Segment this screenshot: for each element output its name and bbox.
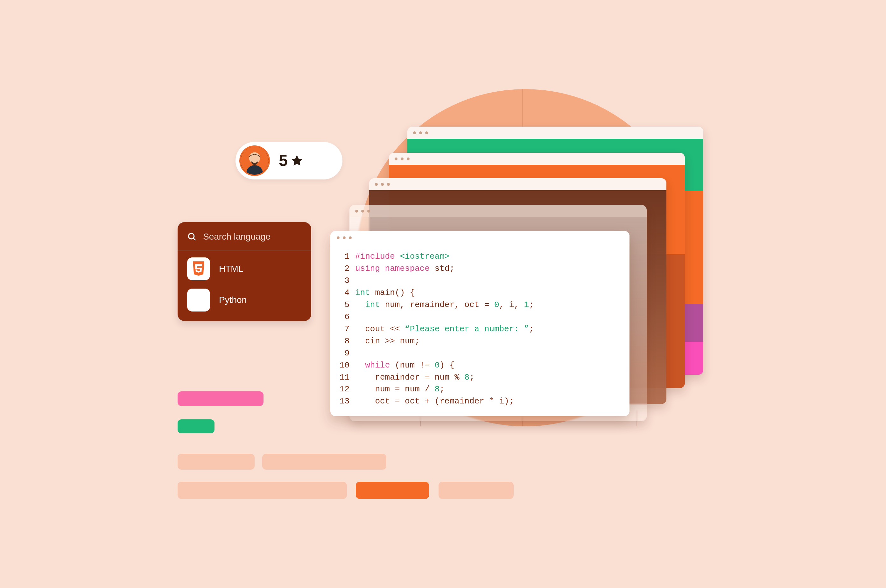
code-content: while (num != 0) { [355, 360, 455, 372]
line-number: 9 [338, 348, 355, 360]
search-row[interactable]: Search language [177, 222, 311, 250]
code-line: 8 cin >> num; [338, 335, 622, 348]
code-content: num = num / 8; [355, 383, 445, 396]
window-titlebar [407, 127, 703, 139]
placeholder-bar [438, 482, 514, 499]
placeholder-bar [177, 419, 215, 434]
window-dot-icon [337, 236, 339, 239]
code-line: 7 cout << “Please enter a number: ”; [338, 323, 622, 335]
rating-number: 5 [279, 152, 288, 170]
window-titlebar [350, 205, 647, 217]
line-number: 4 [338, 287, 355, 299]
code-line: 3 [338, 275, 622, 287]
window-dot-icon [425, 131, 428, 134]
language-item-html[interactable]: HTML [187, 257, 302, 280]
language-label: Python [219, 295, 247, 305]
code-editor[interactable]: 1#include <iostream>2using namespace std… [330, 245, 629, 415]
code-line: 12 num = num / 8; [338, 383, 622, 396]
star-icon [290, 154, 303, 167]
code-content: cout << “Please enter a number: ”; [355, 323, 534, 335]
code-content: int num, remainder, oct = 0, i, 1; [355, 299, 534, 311]
code-editor-window: 1#include <iostream>2using namespace std… [330, 231, 629, 416]
code-line: 5 int num, remainder, oct = 0, i, 1; [338, 299, 622, 311]
avatar [239, 146, 270, 176]
svg-line-3 [193, 238, 195, 240]
window-dot-icon [349, 236, 352, 239]
code-content: oct = oct + (remainder * i); [355, 396, 514, 408]
line-number: 5 [338, 299, 355, 311]
window-dot-icon [343, 236, 345, 239]
window-titlebar [389, 153, 685, 165]
line-number: 3 [338, 275, 355, 287]
line-number: 2 [338, 263, 355, 275]
placeholder-bar [177, 482, 347, 499]
line-number: 10 [338, 360, 355, 372]
language-item-python[interactable]: Python [187, 289, 302, 312]
html5-icon [187, 257, 210, 280]
window-dot-icon [355, 210, 358, 213]
line-number: 1 [338, 251, 355, 263]
line-number: 12 [338, 383, 355, 396]
code-content: remainder = num % 8; [355, 372, 474, 384]
code-content: cin >> num; [355, 335, 420, 348]
code-line: 10 while (num != 0) { [338, 360, 622, 372]
window-dot-icon [407, 158, 410, 160]
window-dot-icon [381, 183, 384, 186]
code-line: 13 oct = oct + (remainder * i); [338, 396, 622, 408]
python-icon [187, 289, 210, 312]
search-input[interactable]: Search language [203, 232, 270, 242]
code-content: int main() { [355, 287, 414, 299]
code-line: 2using namespace std; [338, 263, 622, 275]
placeholder-bar [262, 454, 386, 470]
code-line: 9 [338, 348, 622, 360]
window-dot-icon [419, 131, 422, 134]
language-list: HTML Python [177, 250, 311, 321]
window-dot-icon [387, 183, 390, 186]
rating-pill: 5 [236, 142, 342, 180]
code-line: 11 remainder = num % 8; [338, 372, 622, 384]
rating-value: 5 [279, 152, 303, 170]
placeholder-bar [177, 454, 255, 470]
language-panel: Search language HTML Python [177, 222, 311, 321]
code-line: 1#include <iostream> [338, 251, 622, 263]
placeholder-bar [356, 482, 429, 499]
window-dot-icon [375, 183, 378, 186]
line-number: 7 [338, 323, 355, 335]
code-line: 6 [338, 311, 622, 323]
line-number: 11 [338, 372, 355, 384]
code-line: 4int main() { [338, 287, 622, 299]
window-dot-icon [367, 210, 370, 213]
language-label: HTML [219, 264, 243, 274]
avatar-icon [240, 147, 269, 175]
window-titlebar [330, 231, 629, 245]
line-number: 6 [338, 311, 355, 323]
window-dot-icon [361, 210, 364, 213]
window-dot-icon [413, 131, 416, 134]
svg-point-2 [188, 233, 194, 239]
line-number: 8 [338, 335, 355, 348]
window-titlebar [369, 178, 667, 190]
window-dot-icon [401, 158, 404, 160]
search-icon [187, 232, 197, 242]
line-number: 13 [338, 396, 355, 408]
window-dot-icon [395, 158, 398, 160]
code-content: using namespace std; [355, 263, 455, 275]
code-content: #include <iostream> [355, 251, 449, 263]
placeholder-bar [177, 392, 263, 406]
